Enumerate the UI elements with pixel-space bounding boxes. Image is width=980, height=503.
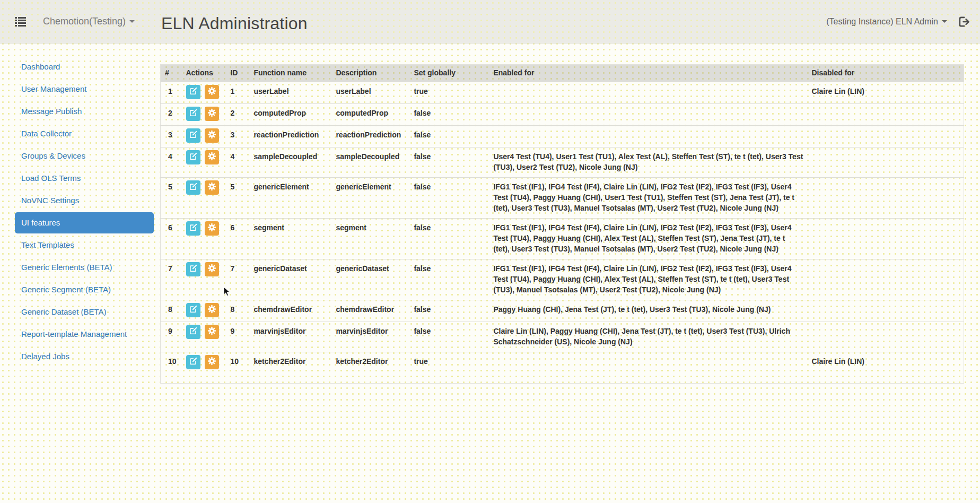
sidebar: DashboardUser ManagementMessage PublishD… [0, 44, 157, 368]
gear-button[interactable] [205, 325, 219, 339]
menu-list-icon[interactable] [15, 16, 26, 27]
row-actions-cell [182, 177, 226, 218]
edit-button[interactable] [186, 221, 200, 236]
table-row: 4 [161, 147, 964, 177]
column-header: Disabled for [807, 65, 964, 82]
sidebar-item-user-management[interactable]: User Management [15, 79, 154, 100]
row-number-cell: 9 [161, 322, 182, 352]
table-row: 3 [161, 125, 964, 147]
gear-icon [207, 108, 216, 119]
row-description-cell: computedProp [331, 103, 409, 125]
sign-out-icon[interactable] [959, 16, 970, 27]
table-header-row: #ActionsIDFunction nameDescriptionSet gl… [161, 65, 964, 82]
row-number-cell: 1 [161, 82, 182, 103]
row-set-globally-cell: true [409, 352, 489, 383]
gear-button[interactable] [205, 221, 219, 236]
sidebar-item-generic-segment-beta-[interactable]: Generic Segment (BETA) [15, 279, 154, 300]
sidebar-item-data-collector[interactable]: Data Collector [15, 123, 154, 144]
row-description-cell: chemdrawEditor [331, 300, 409, 322]
table-row: 8 [161, 300, 964, 322]
row-description-cell: reactionPrediction [331, 125, 409, 147]
row-disabled-for-cell: Claire Lin (LIN) [807, 82, 964, 103]
gear-button[interactable] [205, 85, 219, 99]
row-description-cell: sampleDecoupled [331, 147, 409, 177]
gear-button[interactable] [205, 128, 219, 143]
row-id-cell: 6 [226, 218, 249, 259]
row-id-cell: 7 [226, 259, 249, 300]
edit-pencil-square-icon [189, 327, 197, 336]
row-set-globally-cell: false [409, 322, 489, 352]
table-row: 10 [161, 352, 964, 383]
row-disabled-for-cell [807, 103, 964, 125]
gear-icon [207, 152, 216, 162]
sidebar-item-generic-dataset-beta-[interactable]: Generic Dataset (BETA) [15, 301, 154, 323]
sidebar-item-message-publish[interactable]: Message Publish [15, 101, 154, 122]
row-function-name-cell: computedProp [249, 103, 331, 125]
row-actions-cell [182, 300, 226, 322]
sidebar-item-novnc-settings[interactable]: NoVNC Settings [15, 190, 154, 211]
edit-button[interactable] [186, 107, 200, 121]
gear-icon [207, 130, 216, 141]
sidebar-item-load-ols-terms[interactable]: Load OLS Terms [15, 168, 154, 189]
gear-button[interactable] [205, 107, 219, 121]
table-row: 6 [161, 218, 964, 259]
row-function-name-cell: userLabel [249, 82, 331, 103]
edit-pencil-square-icon [189, 87, 197, 97]
edit-button[interactable] [186, 150, 200, 164]
edit-button[interactable] [186, 85, 200, 99]
brand-dropdown[interactable]: Chemotion(Testing) [43, 16, 135, 27]
gear-button[interactable] [205, 180, 219, 195]
row-number-cell: 7 [161, 259, 182, 300]
sidebar-item-dashboard[interactable]: Dashboard [15, 56, 154, 77]
edit-button[interactable] [186, 180, 200, 195]
row-number-cell: 8 [161, 300, 182, 322]
sidebar-item-delayed-jobs[interactable]: Delayed Jobs [15, 346, 154, 367]
column-header: Actions [182, 65, 226, 82]
row-function-name-cell: ketcher2Editor [249, 352, 331, 383]
user-dropdown[interactable]: (Testing Instance) ELN Admin [826, 17, 947, 27]
row-set-globally-cell: false [409, 125, 489, 147]
sidebar-item-generic-elements-beta-[interactable]: Generic Elements (BETA) [15, 257, 154, 278]
sidebar-item-groups-devices[interactable]: Groups & Devices [15, 145, 154, 167]
sidebar-item-report-template-management[interactable]: Report-template Management [15, 324, 154, 345]
row-disabled-for-cell [807, 218, 964, 259]
brand-label: Chemotion(Testing) [43, 16, 126, 27]
table-row: 2 [161, 103, 964, 125]
column-header: Set globally [409, 65, 489, 82]
edit-button[interactable] [186, 262, 200, 276]
row-set-globally-cell: false [409, 103, 489, 125]
table-row: 1 [161, 82, 964, 103]
row-actions-cell [182, 147, 226, 177]
edit-button[interactable] [186, 355, 200, 369]
sidebar-item-text-templates[interactable]: Text Templates [15, 235, 154, 256]
row-set-globally-cell: false [409, 218, 489, 259]
edit-pencil-square-icon [189, 305, 197, 315]
row-number-cell: 2 [161, 103, 182, 125]
gear-button[interactable] [205, 355, 219, 369]
row-enabled-for-cell: IFG1 Test (IF1), IFG4 Test (IF4), Claire… [489, 218, 807, 259]
edit-button[interactable] [186, 303, 200, 317]
edit-button[interactable] [186, 325, 200, 339]
row-description-cell: genericElement [331, 177, 409, 218]
column-header: ID [226, 65, 249, 82]
gear-button[interactable] [205, 262, 219, 276]
gear-icon [207, 223, 216, 233]
edit-pencil-square-icon [189, 109, 197, 118]
row-set-globally-cell: false [409, 300, 489, 322]
row-function-name-cell: segment [249, 218, 331, 259]
edit-pencil-square-icon [189, 183, 197, 192]
user-dropdown-label: (Testing Instance) ELN Admin [826, 17, 938, 27]
gear-icon [207, 264, 216, 274]
ui-features-table: #ActionsIDFunction nameDescriptionSet gl… [160, 64, 964, 384]
row-disabled-for-cell: Claire Lin (LIN) [807, 352, 964, 383]
row-actions-cell [182, 322, 226, 352]
gear-button[interactable] [205, 150, 219, 164]
top-navbar: Chemotion(Testing) ELN Administration (T… [0, 0, 980, 44]
edit-pencil-square-icon [189, 131, 197, 140]
sidebar-item-ui-features[interactable]: UI features [15, 212, 154, 233]
edit-button[interactable] [186, 128, 200, 143]
row-id-cell: 1 [226, 82, 249, 103]
row-id-cell: 8 [226, 300, 249, 322]
gear-button[interactable] [205, 303, 219, 317]
row-description-cell: marvinjsEditor [331, 322, 409, 352]
